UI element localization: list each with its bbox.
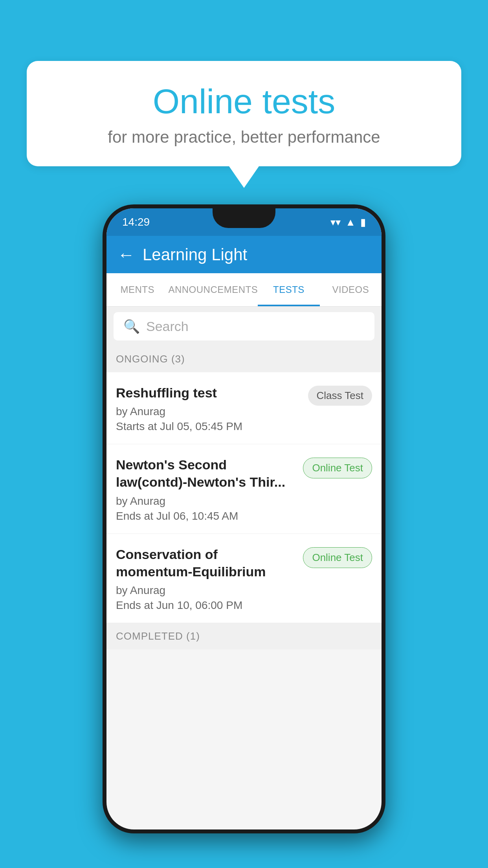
bubble-arrow <box>229 166 259 188</box>
phone-wrapper: 14:29 ▾▾ ▲ ▮ ← Learning Light MENTS ANNO… <box>103 204 385 833</box>
completed-section-header: COMPLETED (1) <box>106 623 382 649</box>
test-name-1: Reshuffling test <box>116 384 300 401</box>
test-badge-1: Class Test <box>308 386 372 406</box>
search-icon: 🔍 <box>123 318 140 334</box>
signal-icon: ▲ <box>345 216 356 228</box>
app-header: ← Learning Light <box>106 236 382 273</box>
tab-ments[interactable]: MENTS <box>106 273 168 306</box>
test-author-3: by Anurag <box>116 584 295 597</box>
battery-icon: ▮ <box>360 216 366 228</box>
status-bar: 14:29 ▾▾ ▲ ▮ <box>106 208 382 236</box>
back-button[interactable]: ← <box>117 246 135 263</box>
test-date-3: Ends at Jun 10, 06:00 PM <box>116 599 295 612</box>
test-info-3: Conservation of momentum-Equilibrium by … <box>116 546 303 612</box>
test-name-3: Conservation of momentum-Equilibrium <box>116 546 295 580</box>
bubble-subtitle: for more practice, better performance <box>50 128 438 147</box>
test-item-1[interactable]: Reshuffling test by Anurag Starts at Jul… <box>106 372 382 444</box>
search-box[interactable]: 🔍 Search <box>114 312 374 340</box>
app-title: Learning Light <box>143 245 247 264</box>
test-date-1: Starts at Jul 05, 05:45 PM <box>116 420 300 433</box>
test-badge-3: Online Test <box>303 547 372 568</box>
test-list: Reshuffling test by Anurag Starts at Jul… <box>106 372 382 623</box>
tab-bar: MENTS ANNOUNCEMENTS TESTS VIDEOS <box>106 273 382 307</box>
test-info-1: Reshuffling test by Anurag Starts at Jul… <box>116 384 308 433</box>
status-time: 14:29 <box>122 216 150 228</box>
status-icons: ▾▾ ▲ ▮ <box>330 216 366 228</box>
tab-tests[interactable]: TESTS <box>258 273 319 306</box>
ongoing-section-header: ONGOING (3) <box>106 346 382 372</box>
speech-bubble: Online tests for more practice, better p… <box>27 61 461 166</box>
wifi-icon: ▾▾ <box>330 216 341 228</box>
bubble-title: Online tests <box>50 83 438 121</box>
test-info-2: Newton's Second law(contd)-Newton's Thir… <box>116 456 303 522</box>
tab-announcements[interactable]: ANNOUNCEMENTS <box>168 273 258 306</box>
test-item-2[interactable]: Newton's Second law(contd)-Newton's Thir… <box>106 444 382 533</box>
test-item-3[interactable]: Conservation of momentum-Equilibrium by … <box>106 534 382 623</box>
notch <box>213 208 275 228</box>
test-date-2: Ends at Jul 06, 10:45 AM <box>116 510 295 522</box>
phone-frame: 14:29 ▾▾ ▲ ▮ ← Learning Light MENTS ANNO… <box>103 204 385 833</box>
tab-videos[interactable]: VIDEOS <box>320 273 382 306</box>
phone-screen: 14:29 ▾▾ ▲ ▮ ← Learning Light MENTS ANNO… <box>106 208 382 829</box>
search-placeholder: Search <box>146 319 189 334</box>
test-badge-2: Online Test <box>303 458 372 478</box>
search-container: 🔍 Search <box>106 307 382 346</box>
test-author-2: by Anurag <box>116 495 295 508</box>
test-author-1: by Anurag <box>116 405 300 418</box>
test-name-2: Newton's Second law(contd)-Newton's Thir… <box>116 456 295 491</box>
speech-bubble-container: Online tests for more practice, better p… <box>27 61 461 188</box>
